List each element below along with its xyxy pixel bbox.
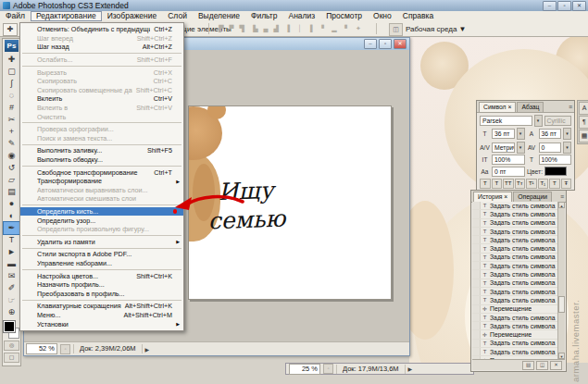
history-state[interactable]: ТЗадать стиль символа — [472, 210, 558, 218]
maximize-button[interactable]: ▫ — [557, 1, 571, 11]
blur-tool[interactable]: ● — [4, 198, 19, 210]
text-style-button[interactable]: T¹ — [526, 179, 537, 189]
kerning-field[interactable]: Метрическ — [492, 142, 515, 153]
zoom-level-field[interactable]: 25 % — [289, 364, 320, 375]
healing-brush-tool[interactable]: + — [4, 126, 19, 138]
menubar-item[interactable]: Редактирование — [31, 11, 102, 21]
text-style-button[interactable]: Ŧ — [561, 179, 572, 189]
zoom-tool[interactable]: ⊕ — [4, 306, 19, 318]
history-state[interactable]: ТЗадать стиль символа — [472, 202, 558, 210]
marquee-tool[interactable]: ▢ — [4, 66, 19, 78]
panel-menu-icon[interactable]: ≡ — [569, 103, 572, 112]
quick-selection-tool[interactable]: ◌ — [4, 90, 19, 102]
menu-item[interactable]: Определить узор... — [20, 216, 183, 225]
menu-item[interactable]: Свободное трансформированиеCtrl+T — [20, 167, 183, 177]
menu-item[interactable]: Отменить: Объединить с предыдущимCtrl+Z — [20, 25, 183, 34]
notes-tool[interactable]: ✉ — [4, 270, 19, 282]
history-state[interactable]: ТЗадать стиль символа — [472, 270, 558, 279]
menu-item[interactable]: Управление наборами... — [20, 259, 183, 268]
minimize-button[interactable]: – — [543, 1, 557, 11]
font-family-select[interactable]: Parsek — [480, 116, 532, 126]
history-brush-tool[interactable]: ↺ — [4, 162, 19, 174]
history-state[interactable]: ТЗадать стиль символа — [472, 262, 558, 270]
history-brush-well[interactable] — [472, 279, 481, 287]
scrollbar-thumb[interactable] — [558, 296, 565, 313]
menu-item[interactable]: Клавиатурные сокращения...Alt+Shift+Ctrl… — [20, 302, 183, 311]
menubar-item[interactable]: Файл — [0, 11, 31, 21]
text-style-button[interactable]: T₁ — [538, 179, 549, 189]
menu-item[interactable]: Меню...Alt+Shift+Ctrl+M — [20, 311, 183, 320]
history-state[interactable]: ✛Перемещение — [472, 330, 558, 339]
menu-item[interactable]: Шаг назадAlt+Ctrl+Z — [20, 43, 183, 52]
type-tool[interactable]: T — [4, 234, 19, 246]
lasso-tool[interactable]: ʃ — [4, 78, 19, 90]
history-state[interactable]: ТЗадать стиль символа — [472, 236, 558, 244]
pen-tool[interactable]: ✒ — [4, 222, 19, 234]
menubar-item[interactable]: Анализ — [283, 11, 321, 21]
workspace-menu[interactable]: Рабочая среда ▼ — [406, 25, 467, 33]
scroll-up-icon[interactable]: ▲ — [558, 202, 565, 208]
history-state[interactable]: ТЗадать стиль символа — [472, 228, 558, 236]
history-brush-well[interactable] — [472, 348, 481, 355]
menu-item[interactable]: Преобразовать в профиль... — [20, 289, 183, 298]
leading-field[interactable]: 36 пт — [539, 129, 562, 139]
new-snapshot-button[interactable]: ◫ — [536, 361, 548, 370]
text-style-button[interactable]: T — [492, 179, 503, 189]
history-state[interactable]: ✛Перемещение — [472, 305, 558, 314]
history-state[interactable]: ТЗадать стиль символа — [472, 244, 558, 253]
history-brush-well[interactable] — [472, 202, 481, 209]
zoom-level-field[interactable]: 52 % — [26, 343, 57, 354]
quick-mask-button[interactable]: ◎ — [4, 341, 19, 351]
delete-state-button[interactable]: ✕ — [550, 361, 562, 370]
history-brush-well[interactable] — [472, 270, 481, 278]
history-state[interactable]: ТЗадать стиль символа — [472, 348, 558, 356]
move-tool[interactable]: ✚ — [4, 54, 19, 66]
eraser-tool[interactable]: ▱ — [4, 174, 19, 186]
menubar-item[interactable]: Фильтр — [245, 11, 283, 21]
history-brush-well[interactable] — [472, 330, 481, 338]
tool-preset-icon[interactable]: ✚ — [3, 23, 18, 36]
crop-tool[interactable]: # — [4, 102, 19, 114]
hand-tool[interactable]: ☞ — [4, 294, 19, 306]
title-bar[interactable]: Adobe Photoshop CS3 Extended – ▫ ✕ — [0, 0, 588, 11]
menu-item[interactable]: Выполнить заливку...Shift+F5 — [20, 146, 183, 155]
menu-item[interactable]: ВклеитьCtrl+V — [20, 94, 183, 104]
horizontal-scale-field[interactable]: 100% — [539, 155, 572, 165]
collapsed-character-panel-button[interactable]: A — [579, 102, 588, 115]
doc-close-button[interactable]: ✕ — [394, 39, 407, 49]
chevron-down-icon[interactable] — [534, 115, 543, 127]
tab-paragraph[interactable]: Абзац — [517, 102, 544, 112]
new-document-from-state-button[interactable]: ▤ — [522, 361, 534, 370]
gradient-tool[interactable]: ▤ — [4, 186, 19, 198]
status-menu-arrow-icon[interactable]: ▶ — [145, 346, 150, 353]
text-style-button[interactable]: T — [549, 179, 560, 189]
close-button[interactable]: ✕ — [572, 1, 586, 11]
menu-item[interactable]: Назначить профиль... — [20, 280, 183, 290]
history-brush-well[interactable] — [472, 236, 481, 243]
text-style-button[interactable]: TT — [503, 179, 514, 189]
tracking-field[interactable]: 0 — [539, 142, 562, 153]
tab-history[interactable]: История × — [473, 192, 512, 202]
foreground-color-swatch[interactable] — [4, 321, 15, 332]
baseline-shift-field[interactable]: 0 пт — [492, 167, 525, 177]
history-brush-well[interactable] — [472, 288, 481, 295]
doc-maximize-button[interactable]: ▫ — [379, 39, 392, 49]
doc-minimize-button[interactable]: – — [364, 39, 377, 49]
menu-item[interactable]: Трансформирование▶ — [20, 177, 183, 186]
history-scrollbar[interactable]: ▲ ▼ — [557, 202, 565, 359]
vertical-scale-field[interactable]: 100% — [492, 155, 525, 165]
brush-tool[interactable]: ✎ — [4, 138, 19, 150]
shape-tool[interactable]: ▬ — [4, 258, 19, 270]
screen-mode-button[interactable]: ▢ — [4, 353, 19, 363]
slice-tool[interactable]: ✂ — [4, 114, 19, 126]
history-brush-well[interactable] — [472, 219, 481, 227]
history-brush-well[interactable] — [472, 314, 481, 321]
menu-item[interactable]: Стили экспорта в Adobe PDF... — [20, 250, 183, 259]
menubar-item[interactable]: Изображение — [102, 11, 163, 21]
history-state[interactable]: ТЗадать стиль символа — [472, 219, 558, 228]
history-state[interactable]: ТЗадать стиль символа — [472, 279, 558, 288]
collapsed-panel-button[interactable]: ▦ — [579, 130, 588, 142]
tab-character[interactable]: Символ × — [479, 102, 516, 112]
font-size-field[interactable]: 36 пт — [492, 129, 515, 139]
history-brush-well[interactable] — [472, 210, 481, 217]
